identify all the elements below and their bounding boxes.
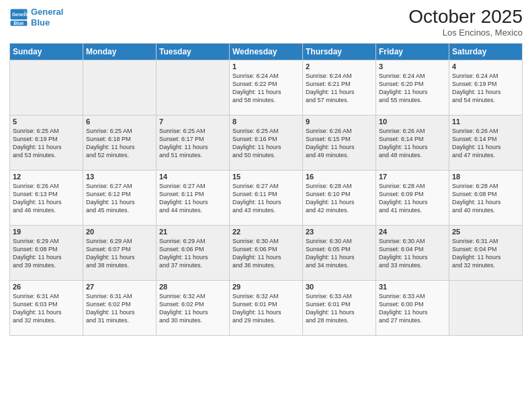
title-area: October 2025 Los Encinos, Mexico [408, 7, 523, 38]
calendar-cell: 17Sunrise: 6:28 AM Sunset: 6:09 PM Dayli… [376, 170, 449, 225]
cell-content: Sunrise: 6:29 AM Sunset: 6:07 PM Dayligh… [86, 237, 153, 270]
calendar-cell: 4Sunrise: 6:24 AM Sunset: 6:19 PM Daylig… [449, 60, 523, 115]
cell-content: Sunrise: 6:29 AM Sunset: 6:08 PM Dayligh… [13, 237, 80, 270]
calendar-week-2: 5Sunrise: 6:25 AM Sunset: 6:19 PM Daylig… [10, 115, 523, 170]
calendar-cell: 19Sunrise: 6:29 AM Sunset: 6:08 PM Dayli… [10, 225, 83, 280]
calendar-cell: 9Sunrise: 6:26 AM Sunset: 6:15 PM Daylig… [303, 115, 376, 170]
cell-content: Sunrise: 6:24 AM Sunset: 6:22 PM Dayligh… [232, 72, 300, 105]
day-number: 20 [86, 228, 153, 236]
cell-content: Sunrise: 6:30 AM Sunset: 6:05 PM Dayligh… [306, 237, 373, 270]
calendar-cell: 31Sunrise: 6:33 AM Sunset: 6:00 PM Dayli… [376, 280, 449, 335]
day-number: 15 [232, 173, 300, 181]
calendar-cell: 28Sunrise: 6:32 AM Sunset: 6:02 PM Dayli… [157, 280, 230, 335]
calendar-cell: 24Sunrise: 6:30 AM Sunset: 6:04 PM Dayli… [376, 225, 449, 280]
month-title: October 2025 [408, 7, 523, 28]
day-number: 9 [306, 118, 373, 126]
cell-content: Sunrise: 6:33 AM Sunset: 6:00 PM Dayligh… [379, 292, 446, 325]
calendar-cell: 26Sunrise: 6:31 AM Sunset: 6:03 PM Dayli… [10, 280, 83, 335]
logo-line1: General [31, 7, 63, 17]
weekday-header-tuesday: Tuesday [157, 43, 230, 60]
day-number: 21 [159, 228, 226, 236]
cell-content: Sunrise: 6:28 AM Sunset: 6:08 PM Dayligh… [452, 182, 519, 215]
calendar-cell: 14Sunrise: 6:27 AM Sunset: 6:11 PM Dayli… [157, 170, 230, 225]
day-number: 18 [452, 173, 519, 181]
day-number: 13 [86, 173, 153, 181]
calendar-cell: 23Sunrise: 6:30 AM Sunset: 6:05 PM Dayli… [303, 225, 376, 280]
logo-text: General Blue [31, 7, 63, 28]
calendar-cell [10, 60, 83, 115]
header: General Blue General Blue October 2025 L… [9, 7, 523, 38]
calendar-week-1: 1Sunrise: 6:24 AM Sunset: 6:22 PM Daylig… [10, 60, 523, 115]
weekday-header-saturday: Saturday [449, 43, 523, 60]
calendar-cell: 27Sunrise: 6:31 AM Sunset: 6:02 PM Dayli… [83, 280, 157, 335]
logo-line2: Blue [31, 17, 50, 28]
calendar-cell [449, 280, 523, 335]
calendar-cell: 2Sunrise: 6:24 AM Sunset: 6:21 PM Daylig… [303, 60, 376, 115]
cell-content: Sunrise: 6:25 AM Sunset: 6:17 PM Dayligh… [159, 127, 226, 160]
cell-content: Sunrise: 6:26 AM Sunset: 6:14 PM Dayligh… [452, 127, 519, 160]
cell-content: Sunrise: 6:30 AM Sunset: 6:06 PM Dayligh… [232, 237, 300, 270]
calendar-cell: 25Sunrise: 6:31 AM Sunset: 6:04 PM Dayli… [449, 225, 523, 280]
calendar-cell: 1Sunrise: 6:24 AM Sunset: 6:22 PM Daylig… [230, 60, 303, 115]
cell-content: Sunrise: 6:30 AM Sunset: 6:04 PM Dayligh… [379, 237, 446, 270]
calendar-body: 1Sunrise: 6:24 AM Sunset: 6:22 PM Daylig… [10, 60, 523, 335]
day-number: 28 [159, 283, 226, 291]
logo: General Blue General Blue [9, 7, 63, 28]
cell-content: Sunrise: 6:24 AM Sunset: 6:19 PM Dayligh… [452, 72, 519, 105]
weekday-header-sunday: Sunday [10, 43, 83, 60]
weekday-header-friday: Friday [376, 43, 449, 60]
weekday-header-monday: Monday [83, 43, 157, 60]
calendar-cell: 6Sunrise: 6:25 AM Sunset: 6:18 PM Daylig… [83, 115, 157, 170]
location-subtitle: Los Encinos, Mexico [408, 28, 523, 38]
calendar-cell: 3Sunrise: 6:24 AM Sunset: 6:20 PM Daylig… [376, 60, 449, 115]
day-number: 7 [159, 118, 226, 126]
cell-content: Sunrise: 6:31 AM Sunset: 6:02 PM Dayligh… [86, 292, 153, 325]
day-number: 30 [306, 283, 373, 291]
cell-content: Sunrise: 6:26 AM Sunset: 6:15 PM Dayligh… [306, 127, 373, 160]
calendar-cell: 29Sunrise: 6:32 AM Sunset: 6:01 PM Dayli… [230, 280, 303, 335]
day-number: 16 [306, 173, 373, 181]
cell-content: Sunrise: 6:28 AM Sunset: 6:09 PM Dayligh… [379, 182, 446, 215]
day-number: 29 [232, 283, 300, 291]
cell-content: Sunrise: 6:24 AM Sunset: 6:20 PM Dayligh… [379, 72, 446, 105]
cell-content: Sunrise: 6:27 AM Sunset: 6:11 PM Dayligh… [232, 182, 300, 215]
cell-content: Sunrise: 6:32 AM Sunset: 6:02 PM Dayligh… [159, 292, 226, 325]
calendar-cell [157, 60, 230, 115]
day-number: 25 [452, 228, 519, 236]
day-number: 8 [232, 118, 300, 126]
calendar-cell: 10Sunrise: 6:26 AM Sunset: 6:14 PM Dayli… [376, 115, 449, 170]
cell-content: Sunrise: 6:27 AM Sunset: 6:11 PM Dayligh… [159, 182, 226, 215]
calendar-cell: 11Sunrise: 6:26 AM Sunset: 6:14 PM Dayli… [449, 115, 523, 170]
cell-content: Sunrise: 6:31 AM Sunset: 6:04 PM Dayligh… [452, 237, 519, 270]
cell-content: Sunrise: 6:25 AM Sunset: 6:19 PM Dayligh… [13, 127, 80, 160]
day-number: 23 [306, 228, 373, 236]
day-number: 12 [13, 173, 80, 181]
svg-text:Blue: Blue [13, 20, 24, 25]
cell-content: Sunrise: 6:26 AM Sunset: 6:14 PM Dayligh… [379, 127, 446, 160]
calendar-week-5: 26Sunrise: 6:31 AM Sunset: 6:03 PM Dayli… [10, 280, 523, 335]
cell-content: Sunrise: 6:33 AM Sunset: 6:01 PM Dayligh… [306, 292, 373, 325]
calendar-cell: 13Sunrise: 6:27 AM Sunset: 6:12 PM Dayli… [83, 170, 157, 225]
weekday-header-thursday: Thursday [303, 43, 376, 60]
cell-content: Sunrise: 6:28 AM Sunset: 6:10 PM Dayligh… [306, 182, 373, 215]
cell-content: Sunrise: 6:27 AM Sunset: 6:12 PM Dayligh… [86, 182, 153, 215]
calendar-cell: 7Sunrise: 6:25 AM Sunset: 6:17 PM Daylig… [157, 115, 230, 170]
day-number: 4 [452, 62, 519, 71]
calendar-cell: 18Sunrise: 6:28 AM Sunset: 6:08 PM Dayli… [449, 170, 523, 225]
cell-content: Sunrise: 6:29 AM Sunset: 6:06 PM Dayligh… [159, 237, 226, 270]
calendar-cell [83, 60, 157, 115]
cell-content: Sunrise: 6:25 AM Sunset: 6:18 PM Dayligh… [86, 127, 153, 160]
calendar-cell: 12Sunrise: 6:26 AM Sunset: 6:13 PM Dayli… [10, 170, 83, 225]
day-number: 27 [86, 283, 153, 291]
calendar-cell: 8Sunrise: 6:25 AM Sunset: 6:16 PM Daylig… [230, 115, 303, 170]
calendar-week-3: 12Sunrise: 6:26 AM Sunset: 6:13 PM Dayli… [10, 170, 523, 225]
page-container: General Blue General Blue October 2025 L… [0, 0, 532, 411]
weekday-header-wednesday: Wednesday [230, 43, 303, 60]
cell-content: Sunrise: 6:26 AM Sunset: 6:13 PM Dayligh… [13, 182, 80, 215]
calendar-cell: 5Sunrise: 6:25 AM Sunset: 6:19 PM Daylig… [10, 115, 83, 170]
calendar-cell: 30Sunrise: 6:33 AM Sunset: 6:01 PM Dayli… [303, 280, 376, 335]
day-number: 5 [13, 118, 80, 126]
cell-content: Sunrise: 6:24 AM Sunset: 6:21 PM Dayligh… [306, 72, 373, 105]
day-number: 6 [86, 118, 153, 126]
day-number: 24 [379, 228, 446, 236]
